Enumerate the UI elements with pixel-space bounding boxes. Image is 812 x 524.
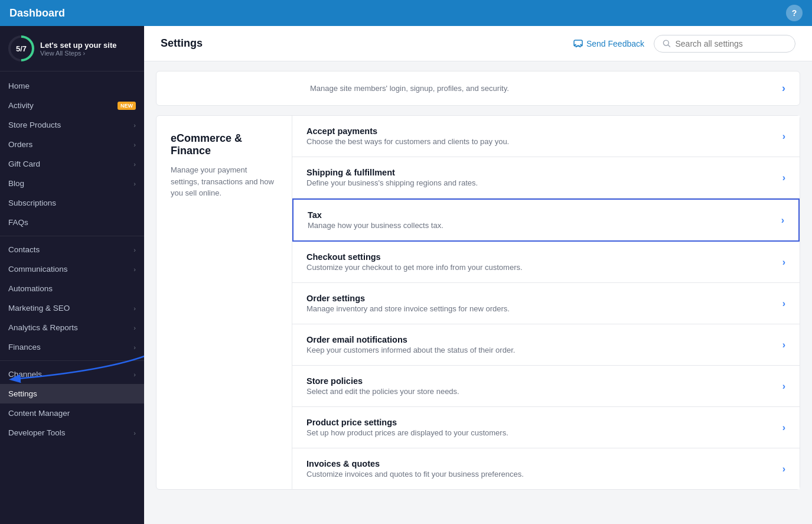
item-text: Shipping & fulfillment Define your busin… — [306, 168, 782, 187]
settings-item-store-policies[interactable]: Store policies Select and edit the polic… — [292, 366, 800, 407]
chevron-right-icon: › — [782, 131, 785, 142]
section-items: Accept payments Choose the best ways for… — [292, 116, 800, 489]
chevron-right-icon: › — [133, 180, 136, 187]
search-icon — [663, 39, 670, 48]
chevron-right-icon: › — [133, 161, 136, 168]
sidebar-item-finances[interactable]: Finances › — [0, 337, 144, 357]
chevron-right-icon: › — [782, 464, 785, 474]
item-desc: Manage how your business collects tax. — [308, 221, 781, 230]
chevron-right-icon: › — [782, 422, 785, 433]
send-feedback-button[interactable]: Send Feedback — [573, 39, 644, 48]
activity-badge: NEW — [118, 102, 136, 110]
avatar: 5/7 — [8, 35, 34, 61]
item-title: Order settings — [306, 294, 782, 303]
settings-item-product-price-settings[interactable]: Product price settings Set up how produc… — [292, 407, 800, 448]
content-header: Settings Send Feedback — [144, 26, 812, 61]
item-text: Order email notifications Keep your cust… — [306, 335, 782, 354]
item-text: Accept payments Choose the best ways for… — [306, 126, 782, 146]
settings-area: Manage site members' login, signup, prof… — [144, 61, 812, 524]
search-input[interactable] — [675, 39, 787, 48]
item-title: Accept payments — [306, 126, 782, 136]
avatar-step-label: 5/7 — [11, 38, 32, 59]
chevron-right-icon: › — [782, 82, 785, 95]
item-text: Tax Manage how your business collects ta… — [308, 210, 781, 230]
item-desc: Set up how product prices are displayed … — [306, 428, 782, 437]
item-desc: Select and edit the policies your store … — [306, 387, 782, 396]
item-desc: Customize your checkout to get more info… — [306, 263, 782, 272]
settings-item-accept-payments[interactable]: Accept payments Choose the best ways for… — [292, 116, 800, 157]
section-desc: Manage your payment settings, transactio… — [171, 164, 278, 199]
sidebar-item-analytics-reports[interactable]: Analytics & Reports › — [0, 318, 144, 337]
header-right: Send Feedback — [573, 35, 795, 53]
item-desc: Customize invoices and quotes to fit you… — [306, 470, 782, 479]
section-sidebar: eCommerce & Finance Manage your payment … — [156, 116, 292, 489]
chevron-right-icon: › — [133, 324, 136, 331]
chevron-right-icon: › — [133, 246, 136, 253]
settings-item-order-email-notifications[interactable]: Order email notifications Keep your cust… — [292, 324, 800, 366]
item-title: Store policies — [306, 376, 782, 386]
item-title: Tax — [308, 210, 781, 220]
item-desc: Keep your customers informed about the s… — [306, 346, 782, 354]
profile-main-text: Let's set up your site — [40, 41, 117, 50]
item-desc: Define your business's shipping regions … — [306, 178, 782, 187]
search-box[interactable] — [654, 35, 795, 53]
feedback-icon — [573, 39, 583, 48]
ecommerce-section: eCommerce & Finance Manage your payment … — [156, 115, 800, 490]
item-text: Store policies Select and edit the polic… — [306, 376, 782, 396]
settings-item-invoices-quotes[interactable]: Invoices & quotes Customize invoices and… — [292, 448, 800, 489]
main-content: Settings Send Feedback — [144, 26, 812, 524]
item-text: Invoices & quotes Customize invoices and… — [306, 459, 782, 479]
item-desc: Choose the best ways for customers and c… — [306, 137, 782, 146]
item-text: Manage site members' login, signup, prof… — [310, 84, 509, 93]
members-security-desc: Manage site members' login, signup, prof… — [310, 84, 509, 93]
sidebar-profile: 5/7 Let's set up your site View All Step… — [0, 26, 144, 71]
item-title: Order email notifications — [306, 335, 782, 344]
chevron-right-icon: › — [133, 141, 136, 148]
item-text: Checkout settings Customize your checkou… — [306, 252, 782, 272]
item-text: Order settings Manage inventory and stor… — [306, 294, 782, 313]
item-desc: Manage inventory and store invoice setti… — [306, 304, 782, 313]
sidebar-item-subscriptions[interactable]: Subscriptions — [0, 193, 144, 213]
sidebar-item-content-manager[interactable]: Content Manager — [0, 403, 144, 423]
item-title: Shipping & fulfillment — [306, 168, 782, 177]
sidebar-item-store-products[interactable]: Store Products › — [0, 115, 144, 135]
sidebar-item-automations[interactable]: Automations — [0, 279, 144, 298]
sidebar-item-marketing-seo[interactable]: Marketing & SEO › — [0, 298, 144, 318]
chevron-right-icon: › — [782, 381, 785, 392]
sidebar-nav: Home Activity NEW Store Products › Order… — [0, 71, 144, 524]
sidebar-item-contacts[interactable]: Contacts › — [0, 240, 144, 259]
item-title: Invoices & quotes — [306, 459, 782, 468]
members-security-item[interactable]: Manage site members' login, signup, prof… — [156, 71, 800, 106]
sidebar-item-blog[interactable]: Blog › — [0, 174, 144, 193]
sidebar: 5/7 Let's set up your site View All Step… — [0, 26, 144, 524]
sidebar-item-activity[interactable]: Activity NEW — [0, 96, 144, 115]
nav-divider — [0, 236, 144, 236]
sidebar-item-home[interactable]: Home — [0, 76, 144, 96]
sidebar-item-settings[interactable]: Settings — [0, 384, 144, 403]
profile-text: Let's set up your site View All Steps › — [40, 41, 117, 57]
chevron-right-icon: › — [782, 257, 785, 268]
chevron-right-icon: › — [133, 122, 136, 129]
page-title: Settings — [161, 37, 203, 50]
settings-item-order-settings[interactable]: Order settings Manage inventory and stor… — [292, 283, 800, 324]
sidebar-item-faqs[interactable]: FAQs — [0, 213, 144, 232]
view-all-steps-link[interactable]: View All Steps › — [40, 50, 117, 57]
sidebar-item-gift-card[interactable]: Gift Card › — [0, 154, 144, 174]
item-text: Product price settings Set up how produc… — [306, 418, 782, 437]
chevron-right-icon: › — [133, 266, 136, 273]
help-button[interactable]: ? — [786, 5, 803, 21]
dashboard-title: Dashboard — [9, 7, 65, 19]
chevron-right-icon: › — [133, 429, 136, 437]
sidebar-item-developer-tools[interactable]: Developer Tools › — [0, 423, 144, 442]
chevron-right-icon: › — [782, 340, 785, 350]
sidebar-item-communications[interactable]: Communications › — [0, 259, 144, 279]
nav-divider-2 — [0, 360, 144, 361]
top-bar: Dashboard ? — [0, 0, 812, 26]
settings-item-checkout-settings[interactable]: Checkout settings Customize your checkou… — [292, 242, 800, 283]
settings-item-tax[interactable]: Tax Manage how your business collects ta… — [292, 198, 800, 242]
main-layout: 5/7 Let's set up your site View All Step… — [0, 26, 812, 524]
settings-item-shipping-fulfillment[interactable]: Shipping & fulfillment Define your busin… — [292, 157, 800, 198]
sidebar-item-orders[interactable]: Orders › — [0, 135, 144, 154]
chevron-right-icon: › — [782, 173, 785, 183]
section-title: eCommerce & Finance — [171, 132, 278, 157]
